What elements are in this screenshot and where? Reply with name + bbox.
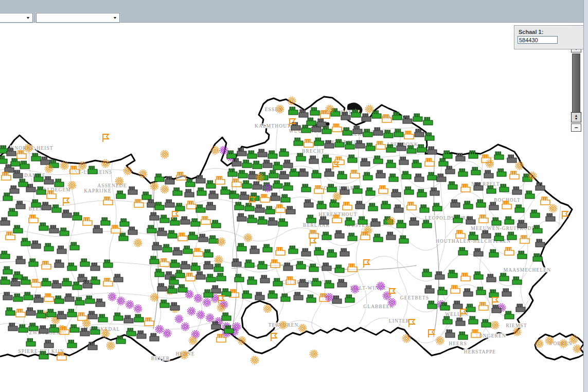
rings-icon-orange[interactable] [403,335,411,343]
factory-icon-gray[interactable] [52,280,61,288]
factory-icon-gray[interactable] [96,299,105,307]
factory-icon-green[interactable] [242,160,252,168]
factory-icon-green[interactable] [170,218,180,225]
rings-icon-purple[interactable] [126,301,134,309]
factory-icon-green[interactable] [492,218,501,225]
factory-icon-green[interactable] [330,200,339,207]
factory-icon-green[interactable] [73,212,82,220]
factory-icon-orange[interactable] [407,202,416,210]
factory-icon-green[interactable] [489,250,498,257]
rings-icon-purple[interactable] [117,297,125,305]
factory-icon-green[interactable] [183,246,192,254]
factory-icon-gray[interactable] [157,228,167,236]
factory-icon-green[interactable] [278,219,288,226]
factory-icon-green[interactable] [283,183,293,190]
factory-icon-green[interactable] [500,273,509,281]
factory-icon-green[interactable] [175,203,185,211]
factory-icon-orange[interactable] [111,225,120,233]
factory-icon-gray[interactable] [386,232,396,240]
factory-icon-green[interactable] [420,205,429,212]
rings-icon-purple[interactable] [220,147,228,154]
factory-icon-gray[interactable] [301,248,311,256]
factory-icon-orange[interactable] [376,141,385,149]
factory-icon-orange[interactable] [286,277,295,284]
factory-icon-green[interactable] [224,326,234,333]
factory-icon-green[interactable] [214,264,223,272]
factory-icon-orange[interactable] [479,302,488,310]
factory-icon-green[interactable] [281,294,290,301]
factory-icon-gray[interactable] [371,219,380,226]
rings-icon-orange[interactable] [215,256,223,264]
zoom-slider-thumb[interactable]: ▲ ▼ [571,112,581,122]
factory-icon-gray[interactable] [150,212,159,220]
factory-icon-orange[interactable] [201,217,210,224]
factory-icon-green[interactable] [325,280,334,288]
factory-icon-orange[interactable] [44,294,54,301]
factory-icon-green[interactable] [476,287,486,295]
factory-icon-gray[interactable] [255,292,264,300]
factory-icon-green[interactable] [222,313,231,320]
factory-icon-green[interactable] [363,129,372,137]
factory-icon-gray[interactable] [403,116,412,123]
rings-icon-orange[interactable] [211,147,219,154]
factory-icon-green[interactable] [439,158,448,166]
factory-icon-green[interactable] [206,274,216,282]
rings-icon-orange[interactable] [139,170,147,178]
rings-icon-purple[interactable] [203,299,211,307]
factory-icon-green[interactable] [314,138,324,146]
factory-icon-gray[interactable] [248,171,258,179]
rings-icon-orange[interactable] [486,160,494,168]
factory-icon-green[interactable] [393,112,402,120]
rings-icon-purple[interactable] [188,308,195,315]
factory-icon-orange[interactable] [510,171,519,179]
factory-icon-green[interactable] [337,171,347,179]
factory-icon-gray[interactable] [114,274,123,282]
factory-icon-gray[interactable] [482,230,491,238]
factory-icon-gray[interactable] [294,292,303,300]
factory-icon-gray[interactable] [181,217,190,224]
factory-icon-gray[interactable] [173,247,182,255]
factory-icon-green[interactable] [6,308,15,315]
zoom-out-button[interactable]: − [571,123,581,132]
rings-icon-purple[interactable] [175,315,183,323]
factory-icon-orange[interactable] [335,157,344,165]
factory-icon-green[interactable] [402,171,411,179]
factory-icon-green[interactable] [209,236,218,243]
factory-icon-green[interactable] [60,228,69,236]
factory-icon-green[interactable] [19,179,28,187]
factory-icon-gray[interactable] [536,183,545,190]
factory-icon-gray[interactable] [93,225,102,233]
factory-icon-green[interactable] [471,167,480,175]
factory-icon-gray[interactable] [260,275,270,283]
factory-icon-green[interactable] [206,181,216,188]
factory-icon-gray[interactable] [55,260,64,268]
factory-icon-green[interactable] [31,200,41,207]
factory-icon-green[interactable] [404,187,414,194]
factory-icon-gray[interactable] [279,171,289,179]
factory-icon-green[interactable] [235,274,244,282]
factory-icon-green[interactable] [127,328,136,336]
factory-icon-green[interactable] [307,295,316,302]
factory-icon-orange[interactable] [193,248,203,256]
factory-icon-green[interactable] [116,336,126,344]
factory-icon-gray[interactable] [199,234,208,242]
factory-icon-gray[interactable] [88,311,97,319]
rings-icon-purple[interactable] [134,305,142,313]
factory-icon-green[interactable] [134,314,144,322]
factory-icon-gray[interactable] [240,192,249,200]
factory-icon-green[interactable] [237,243,246,251]
factory-icon-gray[interactable] [271,193,280,201]
rings-icon-orange[interactable] [513,328,521,336]
factory-icon-green[interactable] [242,291,252,298]
factory-icon-green[interactable] [217,273,226,281]
factory-icon-gray[interactable] [453,301,462,309]
factory-icon-orange[interactable] [520,236,529,243]
factory-icon-gray[interactable] [536,239,545,247]
factory-icon-green[interactable] [75,297,84,305]
factory-icon-gray[interactable] [196,175,205,183]
factory-icon-green[interactable] [307,118,316,126]
factory-icon-green[interactable] [422,220,432,228]
factory-icon-green[interactable] [373,234,383,242]
factory-icon-green[interactable] [427,301,437,309]
factory-icon-gray[interactable] [181,261,190,269]
